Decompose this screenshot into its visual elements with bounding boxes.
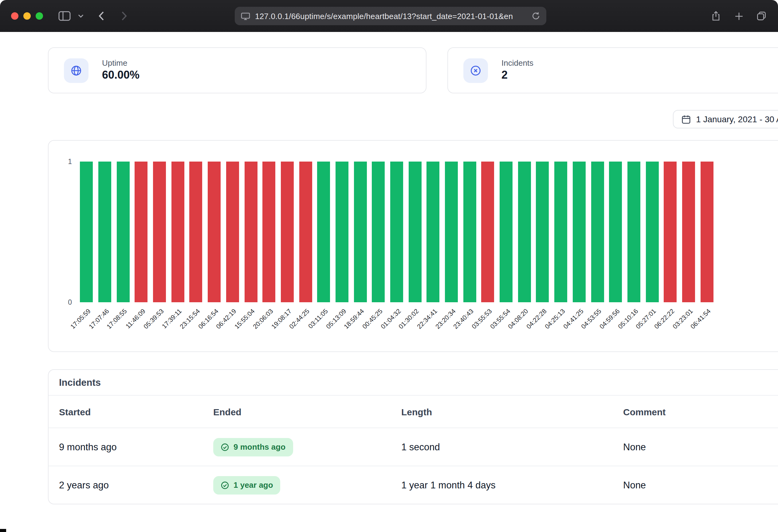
chart-x-axis-labels: 17:05:5917:07:4617:08:5511:46:0905:39:53… <box>77 306 716 350</box>
column-header-ended: Ended <box>213 407 401 417</box>
chart-x-tick-label: 00:45:25 <box>361 307 384 330</box>
incident-row: 9 months ago 9 months ago 1 second None <box>49 428 778 466</box>
chart-bar <box>153 162 166 302</box>
chart-bar <box>317 162 330 302</box>
y-axis-tick-1: 1 <box>58 157 72 166</box>
incident-ended-text: 9 months ago <box>234 442 286 451</box>
screen-edge-artifact <box>0 529 6 532</box>
heartbeat-chart-card: 1 0 17:05:5917:07:4617:08:5511:46:0905:3… <box>48 140 778 352</box>
chart-x-tick-label: 06:22:22 <box>653 307 676 330</box>
calendar-icon <box>681 114 690 124</box>
chart-plot-area <box>77 162 716 302</box>
chart-bar <box>445 162 458 302</box>
stats-row: Uptime 60.00% Incidents 2 <box>48 47 778 93</box>
incident-length: 1 second <box>401 441 623 452</box>
x-circle-icon <box>463 58 488 83</box>
chart-x-tick-label: 23:15:54 <box>178 307 201 330</box>
chart-bar <box>244 162 257 302</box>
chart-x-tick-label: 04:22:28 <box>525 307 548 330</box>
incidents-stat-card: Incidents 2 <box>447 47 778 93</box>
window-zoom-button[interactable] <box>35 12 43 20</box>
forward-arrow-icon <box>121 11 127 21</box>
chart-bar <box>262 162 275 302</box>
chart-bar <box>135 162 148 302</box>
sidebar-menu-chevron-button[interactable] <box>75 0 86 32</box>
incidents-table-title: Incidents <box>49 370 778 395</box>
incident-started: 2 years ago <box>59 479 213 491</box>
chart-bar <box>573 162 586 302</box>
date-range-label: 1 January, 2021 - 30 April, 2025 <box>696 114 778 124</box>
window-minimize-button[interactable] <box>23 12 31 20</box>
uptime-stat-card: Uptime 60.00% <box>48 47 426 93</box>
browser-window: 127.0.0.1/66uptime/s/example/heartbeat/1… <box>0 0 778 532</box>
chart-bar <box>390 162 403 302</box>
chart-bar <box>208 162 221 302</box>
sidebar-icon <box>58 11 71 21</box>
chart-bar <box>700 162 713 302</box>
incident-comment: None <box>623 441 778 452</box>
page-content: Uptime 60.00% Incidents 2 <box>0 32 778 532</box>
address-bar[interactable]: 127.0.0.1/66uptime/s/example/heartbeat/1… <box>235 7 546 25</box>
reload-button[interactable] <box>532 12 540 20</box>
check-circle-icon <box>221 481 229 489</box>
column-header-comment: Comment <box>623 407 778 417</box>
chart-bar <box>645 162 658 302</box>
chart-bar <box>189 162 203 302</box>
incidents-card: Incidents Started Ended Length Comment 9… <box>48 369 778 504</box>
share-button[interactable] <box>707 0 724 32</box>
chart-bar <box>591 162 604 302</box>
chart-bar <box>281 162 294 302</box>
chart-bar <box>609 162 622 302</box>
tab-overview-button[interactable] <box>753 0 770 32</box>
chart-bar <box>627 162 640 302</box>
forward-button[interactable] <box>117 0 132 32</box>
chart-bar <box>664 162 677 302</box>
plus-icon <box>733 11 744 21</box>
window-controls <box>11 12 43 20</box>
y-axis-tick-0: 0 <box>58 298 72 306</box>
browser-titlebar: 127.0.0.1/66uptime/s/example/heartbeat/1… <box>0 0 778 32</box>
globe-icon <box>64 58 88 83</box>
chart-x-tick-label: 20:06:03 <box>251 307 275 330</box>
uptime-value: 60.00% <box>102 68 140 83</box>
chart-bar <box>408 162 421 302</box>
incident-length: 1 year 1 month 4 days <box>401 479 623 491</box>
check-circle-icon <box>221 443 229 451</box>
chart-bar <box>518 162 531 302</box>
chart-bar <box>372 162 385 302</box>
incident-ended-badge: 9 months ago <box>213 438 293 456</box>
incident-started: 9 months ago <box>59 441 213 452</box>
chart-bar <box>299 162 312 302</box>
reload-icon <box>532 12 540 20</box>
chart-bar <box>354 162 367 302</box>
column-header-length: Length <box>401 407 623 417</box>
chart-x-tick-label: 03:55:53 <box>470 307 493 330</box>
incident-comment: None <box>623 479 778 491</box>
chart-x-tick-label: 03:11:05 <box>306 307 329 330</box>
uptime-label: Uptime <box>102 58 140 68</box>
chart-bar <box>226 162 239 302</box>
chevron-down-icon <box>78 14 83 18</box>
chart-bar <box>98 162 111 302</box>
back-button[interactable] <box>94 0 109 32</box>
chart-x-tick-label: 11:46:09 <box>124 307 147 330</box>
chart-bar <box>335 162 348 302</box>
sidebar-toggle-button[interactable] <box>57 0 73 32</box>
chart-bar <box>536 162 549 302</box>
back-arrow-icon <box>98 11 104 21</box>
chart-bar <box>463 162 476 302</box>
incidents-label: Incidents <box>501 58 533 68</box>
new-tab-button[interactable] <box>730 0 747 32</box>
chart-bar <box>80 162 93 302</box>
date-range-button[interactable]: 1 January, 2021 - 30 April, 2025 <box>673 110 778 128</box>
chart-x-tick-label: 04:25:13 <box>543 307 566 330</box>
share-icon <box>710 10 721 21</box>
chart-x-tick-label: 15:55:04 <box>233 307 256 330</box>
chart-bar <box>427 162 440 302</box>
incidents-value: 2 <box>501 68 533 83</box>
chart-bar <box>499 162 513 302</box>
chart-x-tick-label: 04:59:56 <box>598 307 621 330</box>
window-close-button[interactable] <box>11 12 18 20</box>
chart-bar <box>682 162 695 302</box>
chart-bar <box>554 162 567 302</box>
